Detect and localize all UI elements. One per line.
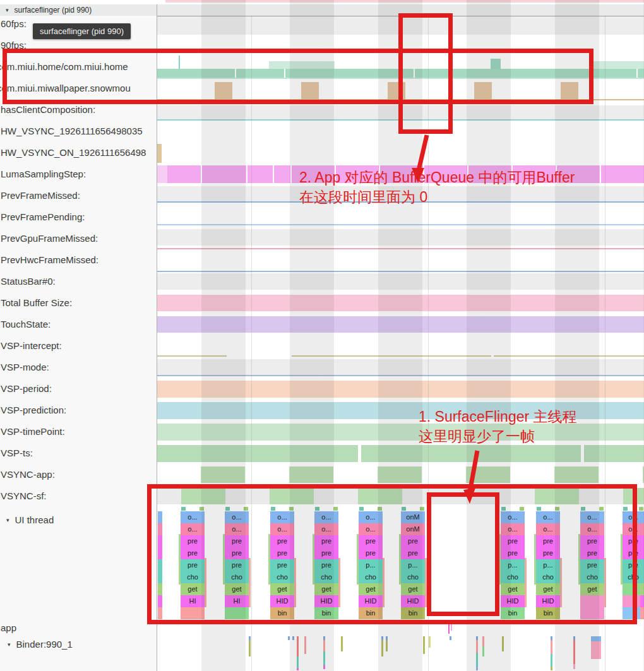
binder-slice[interactable] (323, 651, 325, 665)
slice[interactable] (580, 595, 604, 619)
slice[interactable]: pre (181, 547, 205, 559)
binder-slice[interactable] (591, 641, 601, 659)
slice[interactable] (640, 595, 644, 607)
binder-slice[interactable] (341, 636, 343, 651)
slice[interactable]: p... (501, 559, 525, 571)
slice[interactable]: bin (401, 607, 425, 619)
slice[interactable]: o... (225, 511, 249, 523)
slice[interactable] (640, 571, 644, 583)
slice[interactable] (181, 607, 205, 619)
slice[interactable]: o... (580, 523, 604, 535)
slice[interactable]: p... (536, 559, 560, 571)
slice[interactable]: bin (270, 607, 294, 619)
slice[interactable] (640, 511, 644, 523)
binder-slice[interactable] (476, 665, 478, 670)
slice[interactable]: pre (314, 559, 338, 571)
slice[interactable] (158, 607, 162, 619)
slice[interactable]: get (359, 583, 383, 595)
panel-divider[interactable] (157, 4, 157, 671)
binder-slice[interactable] (573, 640, 575, 664)
binder-slice[interactable] (423, 636, 425, 654)
slice[interactable] (158, 595, 162, 607)
binder-slice[interactable] (482, 636, 484, 646)
binder-slice[interactable] (551, 640, 552, 654)
slice[interactable]: get (401, 583, 425, 595)
app-slice[interactable] (448, 623, 450, 634)
slice[interactable]: HID (536, 595, 560, 607)
slice[interactable]: get (225, 583, 249, 595)
slice[interactable]: pre (270, 547, 294, 559)
binder-slice[interactable] (551, 667, 552, 670)
slice[interactable]: pre (359, 547, 383, 559)
slice[interactable]: cho (536, 571, 560, 583)
binder-slice[interactable] (573, 664, 575, 669)
slice[interactable]: o... (181, 523, 205, 535)
binder-slice[interactable] (292, 636, 294, 640)
track-group-label[interactable]: ▾UI thread (6, 513, 157, 527)
binder-slice[interactable] (476, 653, 478, 665)
slice[interactable]: pre (359, 535, 383, 547)
slice[interactable]: get (270, 583, 294, 595)
slice[interactable]: get (501, 583, 525, 595)
slice[interactable]: pre (225, 535, 249, 547)
slice[interactable]: pre (270, 535, 294, 547)
slice[interactable]: get (580, 583, 604, 595)
slice[interactable]: HID (270, 595, 294, 607)
binder-slice[interactable] (381, 640, 383, 656)
slice[interactable]: bin (536, 607, 560, 619)
slice[interactable]: o... (359, 523, 383, 535)
binder-slice[interactable] (429, 636, 431, 648)
collapse-triangle-icon[interactable]: ▾ (8, 641, 11, 648)
slice[interactable]: o... (270, 523, 294, 535)
binder-slice[interactable] (551, 654, 552, 667)
slice[interactable]: HID (359, 595, 383, 607)
slice[interactable]: pre (536, 535, 560, 547)
slice[interactable] (640, 523, 644, 535)
binder-slice[interactable] (297, 668, 299, 670)
slice[interactable]: p... (359, 559, 383, 571)
slice[interactable]: pre (225, 547, 249, 559)
track-group-label[interactable]: ▾Binder:990_1 (8, 638, 157, 651)
slice[interactable]: cho (359, 571, 383, 583)
binder-slice[interactable] (450, 636, 451, 640)
binder-slice[interactable] (386, 640, 388, 651)
slice[interactable]: pre (501, 535, 525, 547)
slice[interactable]: pre (501, 547, 525, 559)
slice[interactable]: pre (314, 547, 338, 559)
slice[interactable]: get (181, 583, 205, 595)
binder-slice[interactable] (297, 656, 299, 668)
binder-slice[interactable] (323, 640, 325, 651)
slice[interactable]: cho (270, 571, 294, 583)
slice[interactable]: cho (401, 571, 425, 583)
binder-slice[interactable] (288, 636, 290, 640)
slice[interactable]: HID (401, 595, 425, 607)
binder-slice[interactable] (304, 636, 306, 654)
slice[interactable] (158, 571, 162, 583)
slice[interactable]: p... (401, 559, 425, 571)
slice[interactable]: pre (401, 535, 425, 547)
collapse-triangle-icon[interactable]: ▾ (6, 517, 9, 523)
slice[interactable]: get (314, 583, 338, 595)
slice[interactable]: o... (314, 511, 338, 523)
slice[interactable] (640, 607, 644, 619)
slice[interactable] (158, 559, 162, 571)
slice[interactable] (225, 607, 249, 619)
binder-slice[interactable] (297, 636, 299, 656)
slice[interactable]: HI (225, 595, 249, 607)
slice[interactable]: o... (501, 523, 525, 535)
slice[interactable] (640, 535, 644, 547)
slice[interactable]: o... (536, 523, 560, 535)
slice[interactable]: pre (181, 559, 205, 571)
slice[interactable]: o... (270, 511, 294, 523)
slice[interactable]: o... (536, 511, 560, 523)
slice[interactable]: o... (359, 511, 383, 523)
slice[interactable]: o... (181, 511, 205, 523)
slice[interactable] (158, 547, 162, 559)
slice[interactable]: bin (314, 607, 338, 619)
slice[interactable]: HID (314, 595, 338, 607)
binder-slice[interactable] (591, 636, 601, 641)
slice[interactable] (640, 583, 644, 595)
slice[interactable]: pre (225, 559, 249, 571)
binder-slice[interactable] (476, 640, 478, 653)
app-slice[interactable] (451, 623, 452, 631)
